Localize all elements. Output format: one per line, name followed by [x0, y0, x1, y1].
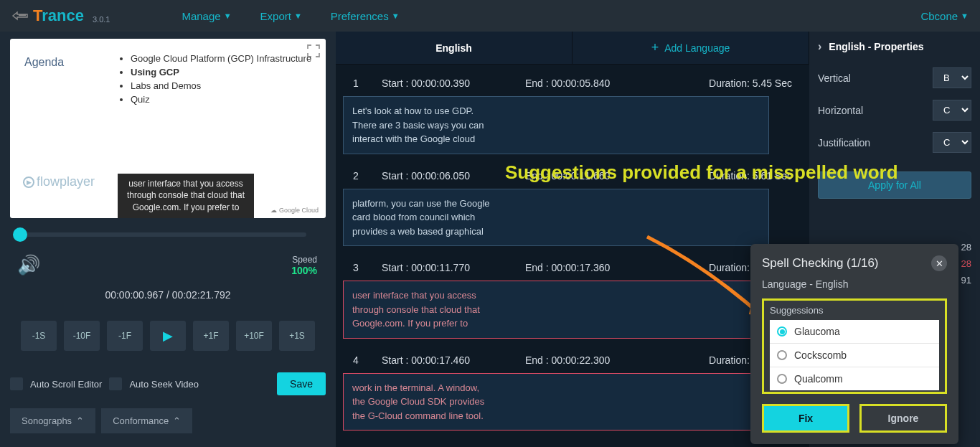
segment-end: End : 00:00:05.840	[525, 77, 669, 89]
language-tabs: English +Add Language	[336, 32, 809, 65]
nav: Manage▼ Export▼ Preferences▼	[182, 10, 399, 22]
vertical-select[interactable]: B	[933, 67, 971, 88]
chevron-down-icon: ▼	[961, 11, 969, 20]
segment-header: 4 Start : 00:00:17.460 End : 00:00:22.30…	[343, 347, 802, 373]
plus-icon: +	[651, 40, 659, 55]
google-cloud-logo: ☁ Google Cloud	[270, 207, 319, 214]
auto-scroll-checkbox[interactable]	[10, 377, 23, 390]
segment: 1 Start : 00:00:00.390 End : 00:00:05.84…	[343, 70, 802, 154]
chevron-down-icon: ▼	[392, 11, 400, 20]
fwd-1f-button[interactable]: +1F	[193, 321, 229, 351]
left-panel: Agenda Google Cloud Platform (GCP) Infra…	[0, 32, 336, 447]
video-preview[interactable]: Agenda Google Cloud Platform (GCP) Infra…	[10, 39, 326, 218]
tab-add-language[interactable]: +Add Language	[573, 32, 809, 64]
segment-number: 4	[353, 354, 382, 366]
segment-number: 1	[353, 77, 382, 89]
nav-preferences[interactable]: Preferences▼	[331, 10, 400, 22]
segment-duration: Duration: 5.61 Sec	[709, 170, 792, 182]
sonographs-tab[interactable]: Sonographs⌃	[10, 408, 95, 433]
conformance-tab[interactable]: Conformance⌃	[101, 408, 192, 433]
logo-icon	[11, 11, 29, 21]
radio-icon	[777, 326, 787, 337]
volume-icon[interactable]: 🔊	[17, 254, 40, 276]
version: 3.0.1	[93, 15, 110, 24]
fix-button[interactable]: Fix	[762, 404, 849, 433]
chevron-up-icon: ⌃	[173, 415, 181, 426]
save-button[interactable]: Save	[277, 372, 326, 395]
radio-icon	[777, 374, 787, 384]
properties-header[interactable]: › English - Properties	[818, 40, 971, 53]
back-10f-button[interactable]: -10F	[64, 321, 100, 351]
slide-title: Agenda	[24, 56, 64, 69]
nav-manage[interactable]: Manage▼	[182, 10, 231, 22]
auto-seek-label: Auto Seek Video	[129, 379, 199, 390]
suggestion-item[interactable]: Glaucoma	[770, 320, 939, 344]
ignore-button[interactable]: Ignore	[859, 404, 947, 433]
spell-title: Spell Checking (1/16) ✕	[762, 255, 947, 271]
segment-header: 1 Start : 00:00:00.390 End : 00:00:05.84…	[343, 70, 802, 96]
segment-duration: Duration: 5.45 Sec	[709, 77, 792, 89]
segment-end: End : 00:00:11.660	[525, 170, 669, 182]
close-icon[interactable]: ✕	[931, 255, 947, 271]
chevron-down-icon: ▼	[224, 11, 232, 20]
justification-select[interactable]: C	[933, 132, 971, 153]
slide-bullets: Google Cloud Platform (GCP) Infrastructu…	[131, 53, 311, 108]
segment: 2 Start : 00:00:06.050 End : 00:00:11.66…	[343, 163, 802, 247]
fwd-1s-button[interactable]: +1S	[279, 321, 315, 351]
segment-start: Start : 00:00:06.050	[382, 170, 525, 182]
nav-export[interactable]: Export▼	[260, 10, 302, 22]
user-menu[interactable]: Cbcone▼	[920, 10, 969, 22]
segment-header: 3 Start : 00:00:11.770 End : 00:00:17.36…	[343, 255, 802, 281]
fwd-10f-button[interactable]: +10F	[236, 321, 272, 351]
seek-thumb[interactable]	[13, 227, 27, 242]
horizontal-label: Horizontal	[818, 105, 863, 116]
logo: Trance 3.0.1	[11, 6, 110, 25]
segment-text[interactable]: Let's look at how to use GDP.There are 3…	[343, 96, 769, 154]
segment-number: 3	[353, 262, 382, 273]
chevron-right-icon: ›	[818, 40, 821, 53]
vertical-label: Vertical	[818, 72, 851, 84]
play-button[interactable]: ▶	[150, 321, 186, 351]
editor-panel: English +Add Language 1 Start : 00:00:00…	[336, 32, 809, 447]
chevron-up-icon: ⌃	[76, 415, 84, 426]
speed-display: Speed 100%	[291, 255, 317, 276]
spell-check-popup: Spell Checking (1/16) ✕ Language - Engli…	[750, 244, 958, 444]
logo-text: Trance	[33, 6, 84, 25]
transport-controls: -1S -10F -1F ▶ +1F +10F +1S	[10, 321, 326, 351]
segment-number: 2	[353, 170, 382, 182]
auto-seek-checkbox[interactable]	[109, 377, 122, 390]
segment-end: End : 00:00:17.360	[525, 262, 669, 273]
segment-header: 2 Start : 00:00:06.050 End : 00:00:11.66…	[343, 163, 802, 189]
horizontal-select[interactable]: C	[933, 100, 971, 121]
spell-language: Language - English	[762, 278, 947, 290]
segment-start: Start : 00:00:17.460	[382, 354, 525, 366]
suggestion-item[interactable]: Cockscomb	[770, 344, 939, 367]
segment-start: Start : 00:00:11.770	[382, 262, 525, 273]
auto-scroll-label: Auto Scroll Editor	[30, 379, 102, 390]
radio-icon	[777, 350, 787, 360]
flowplayer-logo: ▶flowplayer	[23, 174, 95, 189]
back-1f-button[interactable]: -1F	[107, 321, 143, 351]
segment: 4 Start : 00:00:17.460 End : 00:00:22.30…	[343, 347, 802, 431]
segment-end: End : 00:00:22.300	[525, 354, 669, 366]
header: Trance 3.0.1 Manage▼ Export▼ Preferences…	[0, 0, 980, 32]
justification-label: Justification	[818, 137, 870, 149]
segment-text[interactable]: user interface that you accessthrough co…	[343, 281, 769, 339]
segment-start: Start : 00:00:00.390	[382, 77, 525, 89]
segment-text[interactable]: work in the terminal. A window,the Googl…	[343, 373, 769, 431]
apply-all-button[interactable]: Apply for All	[818, 171, 971, 199]
suggestion-item[interactable]: Qualcomm	[770, 367, 939, 390]
caption-overlay: user interface that you access through c…	[118, 174, 254, 218]
seek-bar[interactable]	[10, 231, 326, 238]
suggestions-box: Suggessions Glaucoma Cockscomb Qualcomm	[762, 298, 947, 394]
segment-text[interactable]: platform, you can use the Googlecard blo…	[343, 189, 769, 247]
tab-english[interactable]: English	[336, 32, 573, 64]
back-1s-button[interactable]: -1S	[21, 321, 57, 351]
segment: 3 Start : 00:00:11.770 End : 00:00:17.36…	[343, 255, 802, 339]
suggestions-list: Glaucoma Cockscomb Qualcomm	[770, 320, 939, 390]
timecode: 00:00:00.967 / 00:02:21.792	[10, 289, 326, 301]
suggestions-label: Suggessions	[770, 305, 939, 316]
chevron-down-icon: ▼	[294, 11, 302, 20]
